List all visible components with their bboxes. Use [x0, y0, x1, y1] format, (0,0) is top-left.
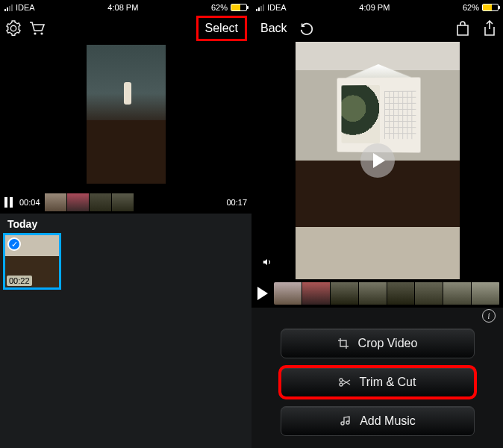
- crop-video-button[interactable]: Crop Video: [281, 329, 475, 358]
- music-icon: [339, 415, 351, 427]
- pause-button[interactable]: [4, 197, 15, 208]
- calendar-prop: [337, 78, 420, 153]
- video-frame: [296, 42, 460, 279]
- play-button[interactable]: [257, 287, 268, 300]
- section-header-today: Today: [0, 214, 251, 233]
- battery-icon: [482, 4, 499, 11]
- battery-icon: [231, 4, 247, 11]
- screen-select-videos: IDEA 4:08 PM 62%: [0, 0, 251, 448]
- clock-label: 4:08 PM: [107, 3, 138, 12]
- mute-button[interactable]: [257, 252, 277, 272]
- video-preview[interactable]: [251, 42, 503, 279]
- trim-cut-button[interactable]: Trim & Cut: [281, 367, 475, 397]
- gear-icon: [5, 20, 22, 37]
- carrier-label: IDEA: [16, 3, 35, 12]
- crop-icon: [337, 337, 349, 349]
- timeline: [251, 279, 503, 308]
- signal-icon: [4, 4, 13, 11]
- nav-bar: Select: [0, 15, 251, 42]
- status-bar: IDEA 4:09 PM 62%: [251, 0, 503, 15]
- timeline-thumbnails[interactable]: [45, 193, 134, 211]
- svg-point-0: [34, 32, 36, 34]
- screen-edit-video: IDEA 4:09 PM 62% Back: [251, 0, 503, 448]
- video-frame: [87, 45, 166, 184]
- select-button[interactable]: Select: [196, 16, 247, 41]
- nav-bar: Back: [251, 15, 503, 42]
- video-thumbnail[interactable]: ✓ 00:22: [3, 233, 61, 290]
- play-button[interactable]: [360, 143, 395, 178]
- action-list: i Crop Video Trim & Cut Add Music: [251, 308, 503, 436]
- back-button[interactable]: Back: [260, 22, 287, 35]
- signal-icon: [256, 4, 264, 11]
- thumbnail-duration: 00:22: [7, 276, 32, 286]
- add-music-button[interactable]: Add Music: [281, 406, 475, 436]
- battery-percent: 62%: [463, 3, 479, 12]
- video-grid: ✓ 00:22: [0, 233, 251, 448]
- cart-icon: [28, 20, 46, 37]
- speaker-icon: [262, 257, 272, 267]
- share-button[interactable]: [481, 19, 499, 37]
- battery-percent: 62%: [211, 3, 228, 12]
- info-button[interactable]: i: [482, 309, 496, 323]
- svg-point-1: [40, 32, 43, 34]
- carrier-label: IDEA: [267, 3, 287, 12]
- timeline-strip[interactable]: [274, 282, 500, 305]
- current-time: 00:04: [19, 198, 40, 207]
- status-bar: IDEA 4:08 PM 62%: [0, 0, 251, 15]
- scissors-icon: [339, 376, 351, 388]
- selected-check-icon: ✓: [7, 237, 21, 251]
- store-button[interactable]: [28, 19, 46, 37]
- settings-button[interactable]: [4, 19, 22, 37]
- video-preview[interactable]: [0, 42, 251, 191]
- duration-label: 00:17: [226, 198, 247, 207]
- bag-button[interactable]: [454, 19, 472, 37]
- share-icon: [483, 20, 496, 37]
- undo-button[interactable]: [298, 19, 316, 37]
- undo-icon: [299, 20, 315, 37]
- clock-label: 4:09 PM: [359, 3, 390, 12]
- playback-bar: 00:04 00:17: [0, 191, 251, 214]
- bag-icon: [455, 20, 470, 37]
